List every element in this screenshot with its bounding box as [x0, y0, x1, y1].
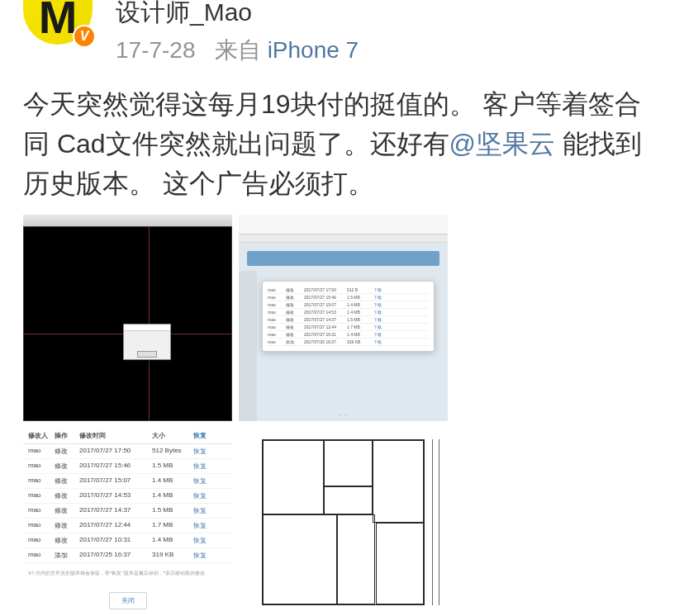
modal-row: mao添加2017/07/25 16:37319 KB下载 — [268, 339, 429, 346]
modal-row: mao修改2017/07/27 14:371.5 MB下载 — [268, 316, 429, 324]
version-row: mao修改2017/07/27 15:461.5 MB恢复 — [23, 459, 232, 474]
browser-footer: — · — — [247, 412, 439, 416]
col-user: 修改人 — [28, 431, 55, 440]
dimension-line — [432, 439, 433, 605]
verified-badge-icon: V — [73, 25, 96, 48]
browser-history-modal: mao修改2017/07/27 17:50512 B下载mao修改2017/07… — [262, 281, 435, 352]
dimension-line — [439, 439, 439, 605]
col-action: 恢复 — [193, 431, 218, 440]
room-2 — [324, 440, 373, 486]
version-row: mao修改2017/07/27 12:441.7 MB恢复 — [23, 519, 232, 533]
post-source[interactable]: iPhone 7 — [268, 37, 359, 63]
col-op: 操作 — [55, 431, 79, 440]
avatar-wrap[interactable]: M V — [23, 0, 93, 45]
post-date: 17-7-28 — [116, 37, 196, 63]
room-3 — [373, 440, 424, 523]
browser-page: mao修改2017/07/27 17:50512 B下载mao修改2017/07… — [239, 243, 448, 421]
header-text: 设计师_Mao 17-7-28 来自 iPhone 7 — [116, 0, 661, 66]
cad-canvas — [23, 226, 232, 421]
close-button: 关闭 — [109, 592, 147, 609]
room-5 — [337, 514, 376, 604]
version-row: mao修改2017/07/27 10:311.4 MB恢复 — [23, 533, 232, 548]
browser-sidebar — [239, 271, 257, 421]
floorplan-outline — [262, 439, 425, 605]
browser-chrome — [239, 215, 448, 235]
room-7 — [324, 486, 373, 514]
version-row: mao修改2017/07/27 15:071.4 MB恢复 — [23, 474, 232, 489]
version-row: mao修改2017/07/27 14:371.5 MB恢复 — [23, 504, 232, 519]
attachment-3-version-table[interactable]: 修改人 操作 修改时间 大小 恢复 mao修改2017/07/27 17:505… — [23, 428, 232, 616]
cad-titlebar — [23, 215, 232, 226]
version-table-header: 修改人 操作 修改时间 大小 恢复 — [23, 428, 232, 444]
cad-error-dialog — [123, 324, 171, 360]
col-size: 大小 — [152, 431, 193, 440]
attachment-1-cad-error[interactable] — [23, 215, 232, 421]
room-1 — [263, 440, 324, 514]
version-note: 3个月内的文件历史版本将会保留，带"恢复"版本是最后存的，*表示移动装的修改 — [23, 563, 232, 584]
version-row: mao添加2017/07/25 16:37319 KB恢复 — [23, 548, 232, 563]
post-meta: 17-7-28 来自 iPhone 7 — [116, 35, 661, 66]
modal-row: mao修改2017/07/27 10:311.4 MB下载 — [268, 331, 429, 339]
mention-link[interactable]: @坚果云 — [449, 129, 555, 159]
post-header: M V 设计师_Mao 17-7-28 来自 iPhone 7 — [0, 0, 684, 66]
image-grid: mao修改2017/07/27 17:50512 B下载mao修改2017/07… — [0, 215, 684, 616]
modal-row: mao修改2017/07/27 17:50512 B下载 — [268, 287, 429, 294]
username[interactable]: 设计师_Mao — [116, 0, 661, 25]
modal-row: mao修改2017/07/27 15:461.5 MB下载 — [268, 294, 429, 301]
room-4 — [263, 514, 337, 604]
version-row: mao修改2017/07/27 14:531.4 MB恢复 — [23, 489, 232, 504]
room-6 — [376, 523, 425, 605]
version-rows: mao修改2017/07/27 17:50512 Bytes恢复mao修改201… — [23, 444, 232, 563]
attachment-4-floorplan[interactable] — [239, 428, 448, 616]
from-label: 来自 — [215, 37, 261, 63]
browser-toolbar — [239, 235, 448, 243]
browser-page-header — [247, 251, 439, 266]
attachment-2-web-history[interactable]: mao修改2017/07/27 17:50512 B下载mao修改2017/07… — [239, 215, 448, 421]
version-close-row: 关闭 — [23, 584, 232, 616]
version-row: mao修改2017/07/27 17:50512 Bytes恢复 — [23, 444, 232, 459]
modal-row: mao修改2017/07/27 12:441.7 MB下载 — [268, 324, 429, 331]
post-body: 今天突然觉得这每月19块付的挺值的。 客户等着签合同 Cad文件突然就出问题了。… — [0, 66, 684, 215]
modal-row: mao修改2017/07/27 15:071.4 MB下载 — [268, 301, 429, 309]
cad-dialog-ok-button — [137, 351, 157, 358]
modal-row: mao修改2017/07/27 14:531.4 MB下载 — [268, 309, 429, 316]
col-time: 修改时间 — [79, 431, 152, 440]
